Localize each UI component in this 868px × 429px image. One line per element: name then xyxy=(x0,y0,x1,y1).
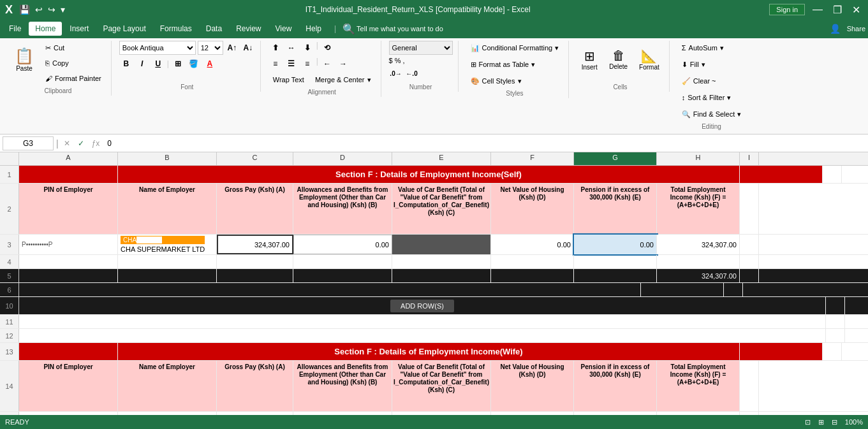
insert-cell-button[interactable]: ⊞ Insert xyxy=(577,41,602,78)
cell-e2[interactable]: Value of Car Benefit (Total of "Value of… xyxy=(392,184,491,234)
col-header-e[interactable]: E xyxy=(392,152,491,165)
cell-a14[interactable]: PIN of Employer xyxy=(19,361,118,411)
cell-d5[interactable] xyxy=(293,269,392,282)
format-cell-button[interactable]: 📐 Format xyxy=(635,41,664,78)
bold-button[interactable]: B xyxy=(119,57,133,71)
menu-formulas[interactable]: Formulas xyxy=(154,22,198,36)
format-as-table-button[interactable]: ⊞ Format as Table▾ xyxy=(466,57,564,71)
menu-home[interactable]: Home xyxy=(29,22,62,36)
cell-i14[interactable] xyxy=(740,361,759,411)
sign-in-button[interactable]: Sign in xyxy=(769,4,805,15)
cell-e4[interactable] xyxy=(392,255,491,268)
menu-view[interactable]: View xyxy=(269,22,298,36)
cell-f14[interactable]: Net Value of Housing (Ksh) (D) xyxy=(491,361,574,411)
cell-f2[interactable]: Net Value of Housing (Ksh) (D) xyxy=(491,184,574,234)
cell-a13[interactable] xyxy=(19,343,118,360)
border-button[interactable]: ⊞ xyxy=(171,57,185,71)
customize-qat-icon[interactable]: ▾ xyxy=(59,3,66,16)
cell-h14[interactable]: Total Employment Income (Ksh) (F) = (A+B… xyxy=(657,361,740,411)
view-layout-icon[interactable]: ⊞ xyxy=(818,418,824,426)
formula-confirm-button[interactable]: ✓ xyxy=(75,139,87,148)
font-size-select[interactable]: 12 xyxy=(198,41,223,55)
underline-button[interactable]: U xyxy=(151,57,165,71)
cell-a4[interactable] xyxy=(19,255,118,268)
menu-file[interactable]: File xyxy=(3,22,27,36)
cell-e3[interactable] xyxy=(392,235,491,254)
cell-g5[interactable] xyxy=(574,269,657,282)
restore-button[interactable]: ❐ xyxy=(830,4,844,16)
delete-cell-button[interactable]: 🗑 Delete xyxy=(605,41,632,78)
decrease-indent-button[interactable]: ← xyxy=(320,57,334,71)
cell-i2[interactable] xyxy=(740,184,759,234)
view-pagebreak-icon[interactable]: ⊟ xyxy=(832,418,837,426)
cell-g14[interactable]: Pension if in excess of 300,000 (Ksh) (E… xyxy=(574,361,657,411)
cell-a1[interactable] xyxy=(19,166,118,183)
cell-b3[interactable]: CHA CHA SUPERMARKET LTD xyxy=(118,235,217,254)
cell-d3[interactable]: 0.00 xyxy=(293,235,392,254)
col-header-g[interactable]: G xyxy=(574,152,657,165)
cell-c14[interactable]: Gross Pay (Ksh) (A) xyxy=(217,361,293,411)
align-bottom-button[interactable]: ⬇ xyxy=(300,41,314,55)
cell-g2[interactable]: Pension if in excess of 300,000 (Ksh) (E… xyxy=(574,184,657,234)
cell-d14[interactable]: Allowances and Benefits from Employment … xyxy=(293,361,392,411)
cell-h2[interactable]: Total Employment Income (Ksh) (F) = (A+B… xyxy=(657,184,740,234)
title-bar-controls[interactable]: Sign in — ❐ ✕ xyxy=(769,4,863,16)
formula-function-icon[interactable]: ƒx xyxy=(89,139,103,148)
clear-button[interactable]: 🧹 Clear ~ xyxy=(677,74,746,88)
sort-filter-button[interactable]: ↕ Sort & Filter▾ xyxy=(677,91,746,105)
cell-i3[interactable] xyxy=(740,235,759,254)
increase-decimal-button[interactable]: .0→ xyxy=(389,66,403,80)
font-name-select[interactable]: Book Antiqua xyxy=(119,41,196,55)
fill-color-button[interactable]: 🪣 xyxy=(187,57,201,71)
share-button[interactable]: Share xyxy=(847,25,865,33)
cell-c5[interactable] xyxy=(217,269,293,282)
format-painter-button[interactable]: 🖌 Format Painter xyxy=(41,71,106,85)
cell-e14[interactable]: Value of Car Benefit (Total of "Value of… xyxy=(392,361,491,411)
align-center-button[interactable]: ☰ xyxy=(284,57,298,71)
col-header-i[interactable]: I xyxy=(740,152,759,165)
cell-i1[interactable] xyxy=(823,166,842,183)
menu-page-layout[interactable]: Page Layout xyxy=(96,22,152,36)
increase-font-size-button[interactable]: A↑ xyxy=(225,41,239,55)
cell-h4[interactable] xyxy=(657,255,740,268)
view-normal-icon[interactable]: ⊡ xyxy=(805,418,811,426)
col-header-h[interactable]: H xyxy=(657,152,740,165)
col-header-b[interactable]: B xyxy=(118,152,217,165)
decrease-decimal-button[interactable]: ←.0 xyxy=(405,66,419,80)
find-select-button[interactable]: 🔍 Find & Select▾ xyxy=(677,107,746,121)
cell-styles-button[interactable]: 🎨 Cell Styles▾ xyxy=(466,74,564,88)
cut-button[interactable]: ✂ Cut xyxy=(41,41,106,55)
menu-help[interactable]: Help xyxy=(299,22,328,36)
cell-g3[interactable]: 0.00 xyxy=(574,235,657,254)
font-color-button[interactable]: A xyxy=(203,57,217,71)
align-top-button[interactable]: ⬆ xyxy=(268,41,283,55)
close-button[interactable]: ✕ xyxy=(850,4,863,16)
cell-h3[interactable]: 324,307.00 xyxy=(657,235,740,254)
cell-d2[interactable]: Allowances and Benefits from Employment … xyxy=(293,184,392,234)
cell-e5[interactable] xyxy=(392,269,491,282)
cell-i4[interactable] xyxy=(740,255,759,268)
cell-b5[interactable] xyxy=(118,269,217,282)
col-header-c[interactable]: C xyxy=(217,152,293,165)
align-right-button[interactable]: ≡ xyxy=(300,57,314,71)
increase-indent-button[interactable]: → xyxy=(336,57,350,71)
cell-a3[interactable]: P••••••••••P xyxy=(19,235,118,254)
name-box[interactable] xyxy=(3,136,54,150)
fill-button[interactable]: ⬇ Fill▾ xyxy=(677,57,746,71)
cell-h13[interactable] xyxy=(740,343,823,360)
col-header-a[interactable]: A xyxy=(19,152,118,165)
save-icon[interactable]: 💾 xyxy=(18,3,31,16)
cell-i13[interactable] xyxy=(823,343,842,360)
number-format-select[interactable]: General xyxy=(389,41,453,55)
col-header-d[interactable]: D xyxy=(293,152,392,165)
autosum-button[interactable]: Σ AutoSum▾ xyxy=(677,41,746,55)
cell-a2[interactable]: PIN of Employer xyxy=(19,184,118,234)
minimize-button[interactable]: — xyxy=(810,4,825,15)
merge-center-button[interactable]: Merge & Center▾ xyxy=(311,73,376,87)
cell-c2[interactable]: Gross Pay (Ksh) (A) xyxy=(217,184,293,234)
redo-icon[interactable]: ↪ xyxy=(47,3,57,16)
cell-d4[interactable] xyxy=(293,255,392,268)
cell-g4[interactable] xyxy=(574,255,657,268)
cell-h1[interactable] xyxy=(740,166,823,183)
conditional-formatting-button[interactable]: 📊 Conditional Formatting▾ xyxy=(466,41,564,55)
